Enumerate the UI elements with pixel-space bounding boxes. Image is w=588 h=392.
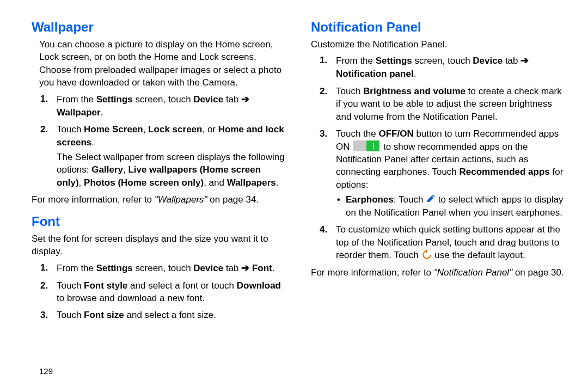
text-bold: Font style bbox=[84, 280, 127, 291]
text: From the bbox=[57, 94, 96, 105]
text: For more information, refer to bbox=[32, 194, 155, 205]
text: use the default layout. bbox=[432, 250, 525, 260]
text-bold: Wallpapers bbox=[227, 177, 276, 188]
text-bold: Home Screen bbox=[84, 124, 143, 134]
step-number: 1. bbox=[40, 261, 48, 274]
svg-marker-0 bbox=[427, 196, 434, 203]
text: . bbox=[272, 263, 275, 273]
text-bold: Device bbox=[473, 56, 503, 66]
notif-steps: 1. From the Settings screen, touch Devic… bbox=[311, 54, 564, 261]
arrow-icon: ➔ bbox=[520, 54, 529, 68]
step-text: Touch Brightness and volume to create a … bbox=[336, 85, 564, 123]
font-step-2: 2. Touch Font style and select a font or… bbox=[32, 279, 285, 305]
text: , bbox=[79, 177, 84, 188]
text: . bbox=[276, 177, 279, 188]
notif-step-2: 2. Touch Brightness and volume to create… bbox=[311, 85, 564, 123]
step-text: From the Settings screen, touch Device t… bbox=[57, 93, 285, 119]
text: From the bbox=[57, 263, 96, 273]
text-bold: Settings bbox=[96, 263, 133, 273]
text: , bbox=[123, 164, 128, 175]
bullet-icon: • bbox=[337, 193, 340, 206]
text: For more information, refer to bbox=[311, 267, 434, 278]
text: Touch bbox=[57, 124, 84, 134]
text: and select a font or touch bbox=[127, 280, 236, 291]
step-number: 2. bbox=[40, 279, 48, 292]
step-number: 1. bbox=[40, 93, 48, 105]
step-text: From the Settings screen, touch Device t… bbox=[57, 261, 285, 275]
arrow-icon: ➔ bbox=[241, 261, 249, 275]
pencil-icon bbox=[426, 194, 436, 204]
notif-step-3-bullet: • Earphones: Touch to select which apps … bbox=[336, 193, 564, 219]
text: . bbox=[101, 107, 103, 118]
text: , or bbox=[202, 124, 218, 134]
text-italic: "Notification Panel" bbox=[434, 267, 512, 278]
text-bold: Font bbox=[252, 263, 272, 273]
text-bold: Lock screen bbox=[148, 124, 202, 134]
text: Touch bbox=[336, 86, 363, 96]
text: on page 34. bbox=[207, 194, 259, 205]
text: screen, touch bbox=[133, 94, 194, 105]
text: and select a font size. bbox=[124, 310, 216, 320]
step-number: 2. bbox=[320, 85, 327, 97]
notif-step-3: 3. Touch the OFF/ON button to turn Recom… bbox=[311, 127, 564, 219]
text-bold: Settings bbox=[96, 94, 133, 105]
text-bold: Download bbox=[237, 280, 281, 291]
text-bold: Notification panel bbox=[336, 69, 414, 79]
left-column: Wallpaper You can choose a picture to di… bbox=[32, 20, 285, 381]
text-bold: Settings bbox=[376, 56, 412, 66]
notif-more-info: For more information, refer to "Notifica… bbox=[311, 266, 564, 279]
text: Touch bbox=[57, 280, 84, 291]
font-step-1: 1. From the Settings screen, touch Devic… bbox=[32, 261, 285, 275]
font-steps: 1. From the Settings screen, touch Devic… bbox=[32, 261, 285, 322]
font-intro: Set the font for screen displays and the… bbox=[32, 232, 285, 258]
font-step-3: 3. Touch Font size and select a font siz… bbox=[32, 309, 285, 321]
toggle-on-icon bbox=[353, 140, 379, 151]
step-text: Touch Font style and select a font or to… bbox=[57, 279, 285, 305]
wallpaper-steps: 1. From the Settings screen, touch Devic… bbox=[32, 93, 285, 189]
text: tab bbox=[503, 56, 520, 66]
text-bold: Brightness and volume bbox=[363, 86, 465, 96]
text-bold: Recommended apps bbox=[460, 167, 550, 177]
text: Touch bbox=[57, 310, 84, 320]
text: Touch the bbox=[336, 128, 378, 139]
wallpaper-intro: You can choose a picture to display on t… bbox=[39, 38, 285, 89]
text-bold: Font size bbox=[84, 310, 124, 320]
text: tab bbox=[223, 263, 241, 273]
svg-marker-2 bbox=[425, 249, 426, 253]
text: From the bbox=[336, 56, 376, 66]
notif-step-4: 4. To customize which quick setting butt… bbox=[311, 223, 564, 261]
text: on page 30. bbox=[512, 267, 564, 278]
wallpaper-more-info: For more information, refer to "Wallpape… bbox=[32, 193, 285, 206]
step-text: Touch Home Screen, Lock screen, or Home … bbox=[57, 123, 285, 149]
step-text: Touch the OFF/ON button to turn Recommen… bbox=[336, 127, 564, 191]
text: . bbox=[414, 69, 416, 79]
text-bold: Wallpaper bbox=[57, 107, 101, 118]
text: to browse and download a new font. bbox=[57, 293, 205, 303]
right-column: Notification Panel Customize the Notific… bbox=[311, 20, 564, 381]
heading-font: Font bbox=[32, 214, 285, 229]
wallpaper-step-2: 2. Touch Home Screen, Lock screen, or Ho… bbox=[32, 123, 285, 189]
text-bold: Photos (Home screen only) bbox=[84, 177, 204, 188]
text: , and bbox=[204, 177, 227, 188]
text-bold: Device bbox=[193, 263, 223, 273]
text-bold: OFF/ON bbox=[378, 128, 413, 139]
text: screen, touch bbox=[412, 56, 473, 66]
text: : Touch bbox=[394, 194, 426, 205]
text-italic: "Wallpapers" bbox=[155, 194, 207, 205]
text-bold: Gallery bbox=[91, 164, 123, 175]
heading-notification-panel: Notification Panel bbox=[311, 20, 564, 35]
step-extra: The Select wallpaper from screen display… bbox=[57, 151, 285, 189]
text: . bbox=[91, 137, 94, 148]
wallpaper-step-1: 1. From the Settings screen, touch Devic… bbox=[32, 93, 285, 119]
step-number: 3. bbox=[40, 309, 48, 321]
text-bold: Device bbox=[193, 94, 223, 105]
notif-step-1: 1. From the Settings screen, touch Devic… bbox=[311, 54, 564, 80]
step-number: 3. bbox=[320, 127, 327, 140]
step-number: 1. bbox=[320, 54, 327, 66]
page-number: 129 bbox=[39, 366, 53, 376]
arrow-icon: ➔ bbox=[241, 93, 249, 106]
text: tab bbox=[223, 94, 241, 105]
text-bold: Earphones bbox=[346, 194, 394, 205]
step-text: To customize which quick setting buttons… bbox=[336, 223, 564, 261]
text: screen, touch bbox=[133, 263, 194, 273]
